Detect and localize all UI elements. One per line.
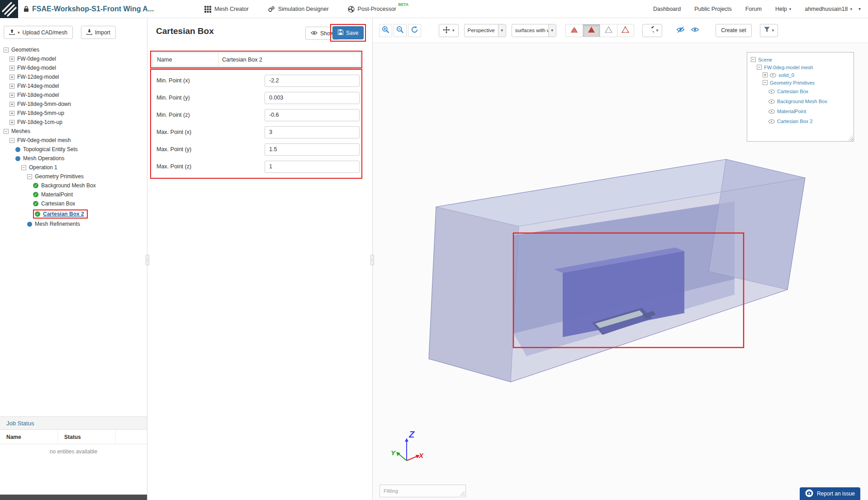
save-button[interactable]: Save [332, 26, 364, 39]
tree-item-label[interactable]: Operation 1 [29, 164, 57, 171]
expand-icon[interactable]: + [9, 111, 14, 116]
tree-item-fw-18deg-model[interactable]: +FW-18deg-model [0, 90, 147, 100]
expand-icon[interactable]: + [9, 66, 14, 71]
create-set-button[interactable]: Create set [716, 24, 751, 37]
tree-item-fw-0deg-model[interactable]: +FW-0deg-model [0, 54, 147, 63]
expand-icon[interactable]: + [9, 102, 14, 107]
tree-item-fw-18deg-5mm-up[interactable]: +FW-18deg-5mm-up [0, 109, 147, 118]
tree-item-label[interactable]: Geometries [11, 47, 39, 53]
scene-item-label[interactable]: Geometry Primitives [770, 80, 815, 86]
panel-splitter-handle[interactable]: ⁞ [370, 255, 374, 265]
input-min-point-x[interactable] [265, 75, 360, 87]
tree-item-label[interactable]: Mesh Refinements [35, 221, 80, 227]
filter-dropdown[interactable]: ▾ [760, 24, 778, 37]
zoom-out-button[interactable] [394, 24, 407, 37]
tree-item-label[interactable]: Cartesian Box 2 [43, 211, 84, 217]
expand-icon[interactable]: + [9, 75, 14, 80]
tree-item-label[interactable]: FW-18deg-5mm-up [17, 110, 64, 116]
tree-item-label[interactable]: Geometry Primitives [35, 173, 84, 180]
tree-item-label[interactable]: FW-18deg-5mm-down [17, 101, 71, 107]
nav-link-dashboard[interactable]: Dashboard [653, 6, 681, 12]
visibility-eye-icon[interactable] [768, 89, 775, 94]
sidebar-splitter-handle[interactable]: ⁞ [146, 255, 149, 265]
visibility-eye-icon[interactable] [770, 72, 776, 78]
pan-mode-dropdown[interactable]: ▾ [439, 24, 459, 37]
tree-item-meshes[interactable]: −Meshes [0, 127, 147, 136]
tree-item-mesh-refinements[interactable]: Mesh Refinements [0, 219, 147, 229]
collapse-icon[interactable]: − [4, 48, 9, 52]
scene-item-scene[interactable]: −Scene [747, 56, 854, 63]
tree-item-geometry-primitives[interactable]: −Geometry Primitives [0, 172, 147, 181]
tree-item-fw-0deg-model-mesh[interactable]: −FW-0deg-model mesh [0, 136, 147, 145]
tree-item-fw-18deg-5mm-down[interactable]: +FW-18deg-5mm-down [0, 100, 147, 109]
tree-item-fw-18deg-1cm-up[interactable]: +FW-18deg-1cm-up [0, 118, 147, 127]
watermark-resize-handle[interactable] [460, 491, 465, 496]
collapse-icon[interactable]: − [4, 129, 9, 134]
input-min-point-y[interactable] [265, 92, 360, 104]
workbench-tab-post-processor[interactable]: Post-ProcessorBETA [348, 6, 396, 13]
render-mode-wireframe-button[interactable] [600, 24, 617, 37]
tree-item-background-mesh-box[interactable]: ✓Background Mesh Box [0, 181, 147, 190]
collapse-icon[interactable]: − [27, 174, 32, 179]
name-input[interactable] [218, 53, 360, 66]
tree-item-label[interactable]: FW-0deg-model mesh [17, 137, 71, 143]
tree-item-label[interactable]: FW-14deg-model [17, 83, 59, 89]
collapse-icon[interactable]: − [763, 80, 768, 85]
tree-item-label[interactable]: FW-6deg-model [17, 65, 56, 71]
input-max-point-z[interactable] [265, 161, 360, 173]
workbench-tab-simulation-designer[interactable]: Simulation Designer [268, 6, 329, 13]
zoom-in-button[interactable] [379, 24, 392, 37]
tree-item-label[interactable]: Cartesian Box [41, 200, 75, 207]
projection-select[interactable]: Perspective ▼ [464, 24, 506, 37]
tree-item-operation-1[interactable]: −Operation 1 [0, 163, 147, 172]
rotate-dropdown[interactable]: ▾ [642, 24, 663, 37]
expand-icon[interactable]: + [763, 72, 768, 77]
expand-icon[interactable]: + [9, 120, 14, 125]
scene-item-geometry-primitives[interactable]: −Geometry Primitives [747, 79, 854, 86]
collapse-icon[interactable]: − [21, 165, 26, 170]
scene-item-label[interactable]: Cartesian Box 2 [777, 119, 812, 124]
tree-item-label[interactable]: FW-12deg-model [17, 74, 59, 80]
upload-cad-mesh-button[interactable]: ▾ Upload CAD/mesh [4, 26, 73, 39]
tree-item-label[interactable]: FW-0deg-model [17, 56, 56, 62]
scene-item-label[interactable]: Scene [758, 57, 772, 62]
expand-icon[interactable]: + [9, 93, 14, 98]
collapse-icon[interactable]: − [751, 57, 756, 62]
scene-tree-resize-handle[interactable] [848, 135, 853, 141]
scene-item-background-mesh-box[interactable]: Background Mesh Box [747, 96, 854, 106]
tree-item-label[interactable]: Meshes [11, 128, 30, 134]
scene-item-cartesian-box[interactable]: Cartesian Box [747, 86, 854, 96]
collapse-icon[interactable]: − [9, 138, 14, 143]
scene-item-label[interactable]: solid_0 [778, 72, 794, 78]
render-mode-outline-button[interactable] [617, 24, 634, 37]
tree-item-mesh-operations[interactable]: Mesh Operations [0, 154, 147, 163]
input-min-point-z[interactable] [265, 109, 360, 121]
tree-item-label[interactable]: FW-18deg-1cm-up [17, 119, 62, 125]
tree-item-label[interactable]: Topological Entity Sets [23, 146, 78, 152]
tree-item-materialpoint[interactable]: ✓MaterialPoint [0, 190, 147, 199]
scene-item-label[interactable]: MaterialPoint [777, 109, 806, 114]
collapse-icon[interactable]: − [757, 65, 762, 70]
visibility-eye-icon[interactable] [768, 99, 775, 104]
tree-item-fw-12deg-model[interactable]: +FW-12deg-model [0, 72, 147, 81]
tree-item-fw-6deg-model[interactable]: +FW-6deg-model [0, 63, 147, 72]
input-max-point-y[interactable] [265, 143, 360, 156]
reset-view-button[interactable] [408, 24, 421, 37]
navbar-more-chevron-icon[interactable]: ▾ [859, 6, 861, 11]
tree-item-label[interactable]: MaterialPoint [41, 191, 73, 198]
workbench-tab-mesh-creator[interactable]: Mesh Creator [204, 6, 249, 13]
nav-link-public-projects[interactable]: Public Projects [694, 6, 732, 12]
tree-item-fw-14deg-model[interactable]: +FW-14deg-model [0, 81, 147, 90]
scene-item-label[interactable]: Background Mesh Box [777, 99, 827, 104]
expand-icon[interactable]: + [9, 57, 14, 62]
render-mode-mesh-button[interactable] [565, 24, 583, 37]
render-mode-surface-button[interactable] [583, 24, 600, 37]
visibility-eye-icon[interactable] [768, 119, 775, 124]
nav-link-forum[interactable]: Forum [745, 6, 762, 12]
scene-item-label[interactable]: Cartesian Box [777, 89, 808, 94]
scene-item-solid-0[interactable]: +solid_0 [747, 71, 854, 79]
tree-item-label[interactable]: FW-18deg-model [17, 92, 59, 98]
tree-item-cartesian-box[interactable]: ✓Cartesian Box [0, 199, 147, 208]
visibility-eye-icon[interactable] [768, 109, 775, 114]
scene-item-label[interactable]: FW-0deg-model mesh [764, 65, 813, 70]
